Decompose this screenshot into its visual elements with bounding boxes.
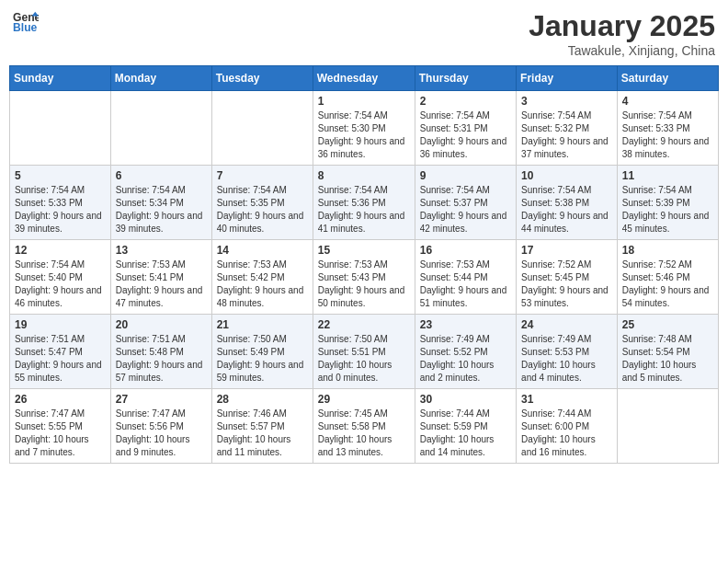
calendar-week-row: 26Sunrise: 7:47 AM Sunset: 5:55 PM Dayli…: [10, 389, 719, 464]
day-number: 11: [622, 169, 713, 182]
calendar-cell: [110, 91, 211, 166]
day-number: 26: [15, 393, 106, 406]
calendar-cell: 15Sunrise: 7:53 AM Sunset: 5:43 PM Dayli…: [313, 240, 415, 315]
day-number: 12: [15, 244, 106, 257]
calendar-week-row: 1Sunrise: 7:54 AM Sunset: 5:30 PM Daylig…: [10, 91, 719, 166]
calendar-cell: 30Sunrise: 7:44 AM Sunset: 5:59 PM Dayli…: [415, 389, 516, 464]
calendar-cell: [211, 91, 313, 166]
weekday-header: Wednesday: [313, 66, 415, 91]
day-number: 30: [420, 393, 511, 406]
day-number: 10: [521, 169, 612, 182]
title-block: January 2025 Tawakule, Xinjiang, China: [529, 9, 715, 58]
day-info: Sunrise: 7:52 AM Sunset: 5:46 PM Dayligh…: [622, 259, 713, 310]
day-number: 28: [217, 393, 308, 406]
day-number: 25: [622, 318, 713, 331]
svg-text:Blue: Blue: [13, 21, 38, 34]
day-info: Sunrise: 7:50 AM Sunset: 5:51 PM Dayligh…: [318, 333, 410, 385]
calendar-cell: 24Sunrise: 7:49 AM Sunset: 5:53 PM Dayli…: [517, 315, 618, 389]
calendar-cell: 2Sunrise: 7:54 AM Sunset: 5:31 PM Daylig…: [415, 91, 516, 166]
day-number: 24: [521, 318, 612, 331]
calendar-cell: 7Sunrise: 7:54 AM Sunset: 5:35 PM Daylig…: [211, 166, 313, 240]
calendar-cell: 11Sunrise: 7:54 AM Sunset: 5:39 PM Dayli…: [617, 166, 718, 240]
calendar-cell: 31Sunrise: 7:44 AM Sunset: 6:00 PM Dayli…: [517, 389, 618, 464]
weekday-header: Monday: [110, 66, 211, 91]
day-number: 20: [116, 318, 207, 331]
day-info: Sunrise: 7:54 AM Sunset: 5:40 PM Dayligh…: [15, 259, 106, 310]
calendar-cell: 26Sunrise: 7:47 AM Sunset: 5:55 PM Dayli…: [10, 389, 111, 464]
day-info: Sunrise: 7:49 AM Sunset: 5:53 PM Dayligh…: [521, 333, 612, 385]
calendar-cell: 25Sunrise: 7:48 AM Sunset: 5:54 PM Dayli…: [617, 315, 718, 389]
calendar-cell: 6Sunrise: 7:54 AM Sunset: 5:34 PM Daylig…: [110, 166, 211, 240]
calendar-cell: 5Sunrise: 7:54 AM Sunset: 5:33 PM Daylig…: [10, 166, 111, 240]
day-number: 2: [420, 95, 511, 108]
calendar-week-row: 12Sunrise: 7:54 AM Sunset: 5:40 PM Dayli…: [10, 240, 719, 315]
calendar-cell: 9Sunrise: 7:54 AM Sunset: 5:37 PM Daylig…: [415, 166, 516, 240]
day-number: 6: [116, 169, 207, 182]
day-number: 19: [15, 318, 106, 331]
day-info: Sunrise: 7:50 AM Sunset: 5:49 PM Dayligh…: [217, 333, 308, 385]
day-number: 31: [521, 393, 612, 406]
day-info: Sunrise: 7:49 AM Sunset: 5:52 PM Dayligh…: [420, 333, 511, 385]
month-title: January 2025: [529, 9, 715, 43]
weekday-header: Tuesday: [211, 66, 313, 91]
day-number: 18: [622, 244, 713, 257]
day-info: Sunrise: 7:44 AM Sunset: 5:59 PM Dayligh…: [420, 408, 511, 459]
day-number: 15: [318, 244, 410, 257]
calendar-cell: 4Sunrise: 7:54 AM Sunset: 5:33 PM Daylig…: [617, 91, 718, 166]
day-info: Sunrise: 7:54 AM Sunset: 5:37 PM Dayligh…: [420, 184, 511, 236]
calendar-week-row: 5Sunrise: 7:54 AM Sunset: 5:33 PM Daylig…: [10, 166, 719, 240]
day-info: Sunrise: 7:52 AM Sunset: 5:45 PM Dayligh…: [521, 259, 612, 310]
calendar-cell: 21Sunrise: 7:50 AM Sunset: 5:49 PM Dayli…: [211, 315, 313, 389]
day-info: Sunrise: 7:54 AM Sunset: 5:36 PM Dayligh…: [318, 184, 410, 236]
calendar-cell: 17Sunrise: 7:52 AM Sunset: 5:45 PM Dayli…: [517, 240, 618, 315]
logo: General Blue: [13, 9, 39, 35]
calendar-cell: 18Sunrise: 7:52 AM Sunset: 5:46 PM Dayli…: [617, 240, 718, 315]
day-info: Sunrise: 7:45 AM Sunset: 5:58 PM Dayligh…: [318, 408, 410, 459]
day-info: Sunrise: 7:54 AM Sunset: 5:33 PM Dayligh…: [622, 109, 713, 161]
day-number: 7: [217, 169, 308, 182]
day-info: Sunrise: 7:46 AM Sunset: 5:57 PM Dayligh…: [217, 408, 308, 459]
day-number: 16: [420, 244, 511, 257]
day-info: Sunrise: 7:54 AM Sunset: 5:39 PM Dayligh…: [622, 184, 713, 236]
calendar-cell: 10Sunrise: 7:54 AM Sunset: 5:38 PM Dayli…: [517, 166, 618, 240]
calendar-cell: 14Sunrise: 7:53 AM Sunset: 5:42 PM Dayli…: [211, 240, 313, 315]
day-number: 13: [116, 244, 207, 257]
calendar-cell: [617, 389, 718, 464]
calendar-cell: 28Sunrise: 7:46 AM Sunset: 5:57 PM Dayli…: [211, 389, 313, 464]
logo-icon: General Blue: [13, 9, 39, 35]
day-info: Sunrise: 7:53 AM Sunset: 5:43 PM Dayligh…: [318, 259, 410, 310]
day-info: Sunrise: 7:53 AM Sunset: 5:44 PM Dayligh…: [420, 259, 511, 310]
day-number: 8: [318, 169, 410, 182]
calendar-cell: 12Sunrise: 7:54 AM Sunset: 5:40 PM Dayli…: [10, 240, 111, 315]
day-number: 5: [15, 169, 106, 182]
location: Tawakule, Xinjiang, China: [529, 43, 715, 58]
weekday-header: Thursday: [415, 66, 516, 91]
calendar-cell: 19Sunrise: 7:51 AM Sunset: 5:47 PM Dayli…: [10, 315, 111, 389]
day-number: 4: [622, 95, 713, 108]
day-info: Sunrise: 7:47 AM Sunset: 5:55 PM Dayligh…: [15, 408, 106, 459]
calendar-cell: 16Sunrise: 7:53 AM Sunset: 5:44 PM Dayli…: [415, 240, 516, 315]
day-info: Sunrise: 7:48 AM Sunset: 5:54 PM Dayligh…: [622, 333, 713, 385]
calendar-cell: 29Sunrise: 7:45 AM Sunset: 5:58 PM Dayli…: [313, 389, 415, 464]
day-info: Sunrise: 7:54 AM Sunset: 5:31 PM Dayligh…: [420, 109, 511, 161]
weekday-header: Friday: [517, 66, 618, 91]
day-number: 23: [420, 318, 511, 331]
calendar-cell: 22Sunrise: 7:50 AM Sunset: 5:51 PM Dayli…: [313, 315, 415, 389]
day-info: Sunrise: 7:54 AM Sunset: 5:32 PM Dayligh…: [521, 109, 612, 161]
weekday-header-row: SundayMondayTuesdayWednesdayThursdayFrid…: [10, 66, 719, 91]
calendar-cell: 13Sunrise: 7:53 AM Sunset: 5:41 PM Dayli…: [110, 240, 211, 315]
day-info: Sunrise: 7:53 AM Sunset: 5:41 PM Dayligh…: [116, 259, 207, 310]
day-info: Sunrise: 7:54 AM Sunset: 5:38 PM Dayligh…: [521, 184, 612, 236]
calendar-week-row: 19Sunrise: 7:51 AM Sunset: 5:47 PM Dayli…: [10, 315, 719, 389]
day-number: 22: [318, 318, 410, 331]
calendar-cell: 1Sunrise: 7:54 AM Sunset: 5:30 PM Daylig…: [313, 91, 415, 166]
day-number: 9: [420, 169, 511, 182]
day-number: 14: [217, 244, 308, 257]
day-number: 17: [521, 244, 612, 257]
day-info: Sunrise: 7:54 AM Sunset: 5:35 PM Dayligh…: [217, 184, 308, 236]
calendar-cell: 3Sunrise: 7:54 AM Sunset: 5:32 PM Daylig…: [517, 91, 618, 166]
day-info: Sunrise: 7:51 AM Sunset: 5:48 PM Dayligh…: [116, 333, 207, 385]
calendar-cell: 27Sunrise: 7:47 AM Sunset: 5:56 PM Dayli…: [110, 389, 211, 464]
calendar-cell: 20Sunrise: 7:51 AM Sunset: 5:48 PM Dayli…: [110, 315, 211, 389]
day-number: 1: [318, 95, 410, 108]
